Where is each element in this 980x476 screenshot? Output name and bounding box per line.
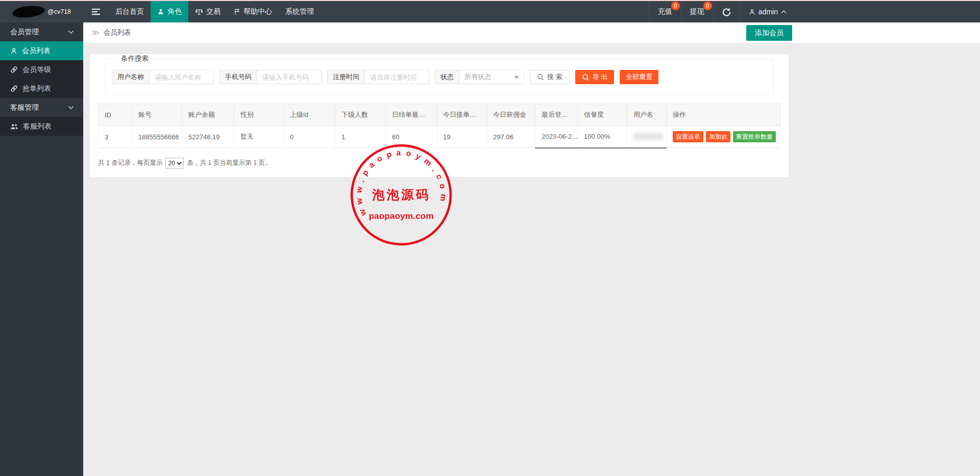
more-actions: ... bbox=[779, 133, 780, 140]
chevron-down-icon bbox=[68, 106, 74, 110]
sidebar-item-order-grab-list[interactable]: 抢单列表 bbox=[0, 79, 83, 98]
table-row: 3 18855556666 522746.19 暂无 0 1 60 19 297… bbox=[99, 126, 780, 148]
main-content: ≫ 会员列表 添加会员 条件搜索 用户名称 手机号码 注册时间 bbox=[83, 0, 980, 177]
sidebar-group-items: 会员列表 会员等级 抢单列表 bbox=[0, 41, 83, 98]
withdraw-badge: 0 bbox=[703, 2, 712, 10]
username-field-label: 用户名称 bbox=[112, 70, 150, 84]
nav-item-trades[interactable]: 交易 bbox=[188, 1, 227, 22]
sidebar-group-service-management[interactable]: 客服管理 bbox=[0, 98, 83, 117]
col-header-gender: 性别 bbox=[234, 104, 284, 126]
sidebar: 会员管理 会员列表 会员等级 抢单列表 客服管理 bbox=[0, 22, 83, 476]
pagination: 共 1 条记录，每页显示 20 条，共 1 页当前显示第 1 页。 bbox=[98, 158, 789, 169]
sidebar-group-items: 客服列表 bbox=[0, 117, 83, 136]
search-button[interactable]: 搜 索 bbox=[530, 70, 570, 84]
table-header-row: ID 账号 账户余额 性别 上级id 下级人数 日结单最大量 今日接单数量 今日… bbox=[99, 104, 780, 126]
scales-icon bbox=[195, 8, 203, 16]
sidebar-item-label: 会员等级 bbox=[22, 65, 51, 74]
status-field-label: 状态 bbox=[435, 70, 459, 84]
sidebar-group-label: 客服管理 bbox=[10, 103, 39, 112]
hamburger-icon[interactable] bbox=[83, 1, 109, 22]
pagination-prefix: 共 1 条记录，每页显示 bbox=[98, 159, 162, 167]
withdraw-button[interactable]: 提现 0 bbox=[681, 1, 713, 22]
top-nav: 后台首页 角色 交易 帮助中心 系统管理 bbox=[109, 1, 321, 22]
col-header-today-orders: 今日接单数量 bbox=[437, 104, 487, 126]
col-header-balance: 账户余额 bbox=[182, 104, 234, 126]
admin-label: admin bbox=[758, 8, 778, 16]
phone-field-label: 手机号码 bbox=[219, 70, 257, 84]
regtime-input[interactable] bbox=[365, 70, 429, 84]
chevron-up-icon bbox=[781, 10, 787, 14]
topbar-right: 充值 0 提现 0 admin bbox=[649, 1, 795, 22]
nav-label: 后台首页 bbox=[115, 7, 144, 16]
set-combo-order-button[interactable]: 设置连单 bbox=[673, 131, 703, 142]
breadcrumb-bar: ≫ 会员列表 添加会员 bbox=[83, 22, 980, 43]
reset-all-button[interactable]: 全部重置 bbox=[620, 70, 658, 84]
sidebar-item-member-list[interactable]: 会员列表 bbox=[0, 41, 83, 60]
page-size-select[interactable]: 20 bbox=[165, 158, 184, 169]
sidebar-item-label: 抢单列表 bbox=[22, 84, 51, 93]
cell-subordinates: 1 bbox=[335, 126, 386, 148]
top-accent-line bbox=[0, 0, 980, 1]
pagination-suffix: 条，共 1 页当前显示第 1 页。 bbox=[187, 159, 271, 167]
redacted-logo bbox=[12, 5, 45, 18]
nav-item-system[interactable]: 系统管理 bbox=[279, 1, 321, 22]
regtime-field-label: 注册时间 bbox=[327, 70, 365, 84]
nav-item-help-center[interactable]: 帮助中心 bbox=[227, 1, 279, 22]
nav-item-dashboard[interactable]: 后台首页 bbox=[109, 1, 151, 22]
breadcrumb-arrows-icon: ≫ bbox=[91, 28, 100, 37]
cell-actions: 设置连单 加加款 重置抢单数量 ... bbox=[667, 126, 780, 148]
refresh-icon[interactable] bbox=[713, 1, 740, 22]
col-header-daily-max: 日结单最大量 bbox=[386, 104, 437, 126]
sidebar-group-member-management[interactable]: 会员管理 bbox=[0, 22, 83, 41]
link-icon bbox=[10, 66, 18, 73]
export-button[interactable]: 导 出 bbox=[575, 70, 615, 84]
cell-today-commission: 297.06 bbox=[487, 126, 535, 148]
search-legend: 条件搜索 bbox=[116, 54, 154, 63]
cell-account: 18855556666 bbox=[132, 126, 182, 148]
status-field-group: 状态 所有状态 bbox=[435, 70, 524, 84]
status-select-value: 所有状态 bbox=[464, 73, 491, 81]
logo-area: @cv718 bbox=[0, 1, 83, 22]
recharge-button[interactable]: 充值 0 bbox=[649, 1, 681, 22]
users-icon bbox=[10, 123, 18, 130]
col-header-username: 用户名 bbox=[627, 104, 667, 126]
recharge-badge: 0 bbox=[671, 2, 680, 10]
redacted-value bbox=[633, 133, 663, 140]
search-button-label: 搜 索 bbox=[547, 72, 562, 82]
stamp-center-text: 泡泡源码 bbox=[372, 188, 430, 202]
col-header-account: 账号 bbox=[132, 104, 182, 126]
sidebar-item-member-level[interactable]: 会员等级 bbox=[0, 60, 83, 79]
col-header-id: ID bbox=[99, 104, 132, 126]
cell-username bbox=[627, 126, 667, 148]
status-select[interactable]: 所有状态 bbox=[459, 70, 524, 84]
search-form: 用户名称 手机号码 注册时间 状态 所有状态 bbox=[112, 70, 767, 84]
withdraw-label: 提现 bbox=[690, 7, 704, 16]
user-icon bbox=[749, 9, 755, 15]
col-header-credit: 信誉度 bbox=[578, 104, 627, 126]
regtime-field-group: 注册时间 bbox=[327, 70, 429, 84]
cell-gender: 暂无 bbox=[234, 126, 284, 148]
cell-today-orders: 19 bbox=[437, 126, 487, 148]
nav-item-roles[interactable]: 角色 bbox=[151, 1, 188, 22]
col-header-subordinates: 下级人数 bbox=[335, 104, 386, 126]
search-icon bbox=[537, 73, 544, 81]
stamp-domain-text: paopaoym.com bbox=[369, 211, 433, 221]
username-input[interactable] bbox=[150, 70, 214, 84]
cell-last-login: 2023-06-2... bbox=[535, 126, 578, 148]
add-member-button[interactable]: 添加会员 bbox=[746, 25, 792, 41]
reset-grab-count-button[interactable]: 重置抢单数量 bbox=[733, 131, 776, 142]
sidebar-item-label: 客服列表 bbox=[23, 122, 52, 131]
cell-daily-max: 60 bbox=[386, 126, 437, 148]
phone-input[interactable] bbox=[257, 70, 322, 84]
admin-menu[interactable]: admin bbox=[740, 1, 795, 22]
member-list-card: 条件搜索 用户名称 手机号码 注册时间 状态 所有状态 bbox=[90, 54, 789, 177]
person-icon bbox=[157, 8, 164, 15]
logo-handle: @cv718 bbox=[47, 8, 71, 15]
sidebar-item-service-list[interactable]: 客服列表 bbox=[0, 117, 83, 136]
nav-label: 角色 bbox=[167, 7, 182, 16]
add-funds-button[interactable]: 加加款 bbox=[706, 131, 730, 142]
sidebar-group-label: 会员管理 bbox=[10, 28, 39, 37]
nav-label: 交易 bbox=[206, 7, 220, 16]
cell-balance: 522746.19 bbox=[182, 126, 234, 148]
col-header-last-login: 最后登录时... bbox=[535, 104, 578, 126]
